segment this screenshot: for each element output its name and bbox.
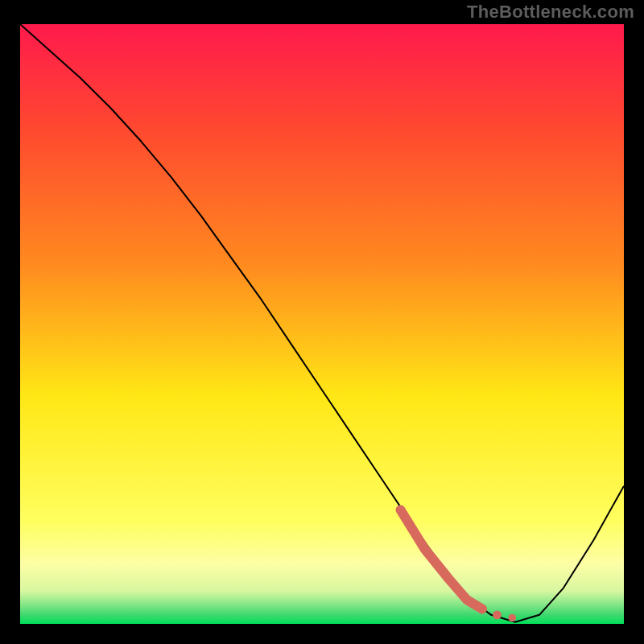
- sweet-spot-dot: [493, 610, 502, 619]
- attribution-label: TheBottleneck.com: [467, 2, 634, 23]
- chart-plot: [20, 24, 624, 624]
- sweet-spot-dot: [508, 614, 516, 622]
- chart-svg: [20, 24, 624, 624]
- page-root: TheBottleneck.com: [0, 0, 644, 644]
- chart-background: [20, 24, 624, 624]
- sweet-spot-dot: [477, 604, 487, 613]
